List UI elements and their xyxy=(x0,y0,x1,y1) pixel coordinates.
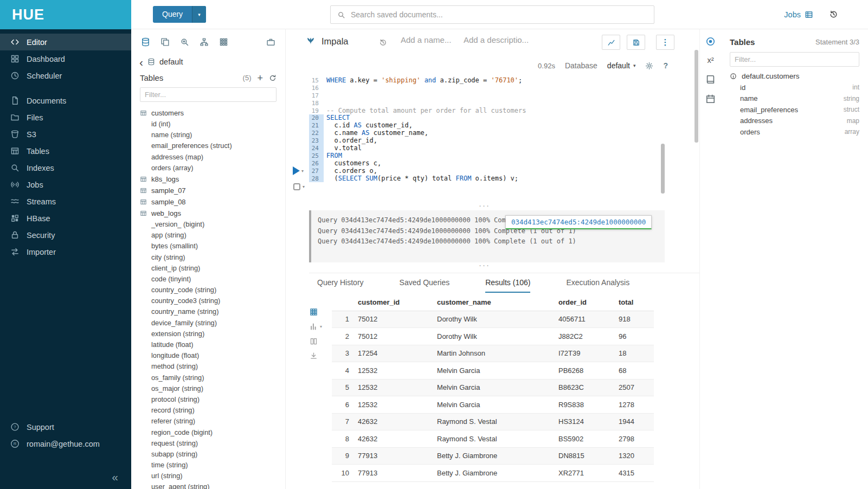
jobs-link[interactable]: Jobs xyxy=(784,0,813,29)
help-icon[interactable]: ? xyxy=(663,61,668,70)
sidebar-item-s3[interactable]: S3 xyxy=(0,126,131,143)
engine-selector[interactable]: Impala xyxy=(305,36,349,47)
save-button[interactable] xyxy=(627,35,645,50)
tab-saved-queries[interactable]: Saved Queries xyxy=(400,273,450,293)
tab-results-106[interactable]: Results (106) xyxy=(485,273,530,293)
sql-editor[interactable]: 15WHERE a.key = 'shipping' and a.zip_cod… xyxy=(309,77,668,182)
tree-column[interactable]: id (int) xyxy=(140,119,285,130)
tree-column[interactable]: _version_ (bigint) xyxy=(140,219,285,230)
tree-column[interactable]: os_family (string) xyxy=(140,372,285,383)
refresh-icon[interactable] xyxy=(269,74,277,82)
active-table[interactable]: default.customers xyxy=(721,68,868,82)
sidebar-item-editor[interactable]: Editor xyxy=(0,34,131,50)
tree-column[interactable]: subapp (string) xyxy=(140,449,285,460)
add-table-icon[interactable]: + xyxy=(257,74,263,82)
result-row[interactable]: 1077913Betty J. GiambroneXR27714315 xyxy=(332,465,654,482)
tree-column[interactable]: method (string) xyxy=(140,361,285,372)
tree-column[interactable]: user_agent (string) xyxy=(140,481,285,489)
code-line[interactable]: -- Compute total amount per order for al… xyxy=(324,107,526,115)
settings-gear-icon[interactable] xyxy=(645,62,653,70)
database-select[interactable]: default ▾ xyxy=(607,61,636,70)
tree-column[interactable]: country_code3 (string) xyxy=(140,295,285,306)
tree-column[interactable]: code (tinyint) xyxy=(140,274,285,285)
toolbox-icon[interactable] xyxy=(266,37,275,47)
tree-column[interactable]: addresses (map) xyxy=(140,152,285,163)
language-reference-icon[interactable] xyxy=(705,74,716,85)
right-column-name[interactable]: namestring xyxy=(721,93,868,105)
tree-column[interactable]: region_code (bigint) xyxy=(140,427,285,438)
sidebar-collapse-button[interactable]: « xyxy=(112,471,118,484)
sidebar-item-scheduler[interactable]: Scheduler xyxy=(0,67,131,84)
apps-grid-icon[interactable] xyxy=(219,37,228,47)
code-line[interactable]: FROM xyxy=(324,152,342,160)
chart-view-icon[interactable] xyxy=(310,323,318,331)
column-header-order-id[interactable]: order_id xyxy=(558,294,619,311)
tab-query-history[interactable]: Query History xyxy=(317,273,364,293)
schedule-icon[interactable] xyxy=(705,94,716,104)
query-history-icon[interactable] xyxy=(379,38,387,47)
sidebar-item-security[interactable]: Security xyxy=(0,227,131,243)
result-row[interactable]: 977913Betty J. GiambroneDN88151320 xyxy=(332,447,654,465)
search-input[interactable] xyxy=(351,10,647,19)
tree-column[interactable]: app (string) xyxy=(140,230,285,241)
tree-column[interactable]: orders (array) xyxy=(140,163,285,173)
sidebar-item-files[interactable]: Files xyxy=(0,109,131,126)
tree-table-k8s-logs[interactable]: k8s_logs xyxy=(140,173,285,185)
code-line[interactable]: WHERE a.key = 'shipping' and a.zip_code … xyxy=(324,77,522,85)
panel-scrollbar[interactable] xyxy=(695,50,698,143)
sidebar-item-dashboard[interactable]: Dashboard xyxy=(0,50,131,67)
column-header-customer-name[interactable]: customer_name xyxy=(437,294,558,311)
global-search[interactable] xyxy=(330,5,654,24)
code-line[interactable] xyxy=(324,100,326,107)
code-line[interactable]: v.total xyxy=(324,145,362,152)
tree-table-customers[interactable]: customers xyxy=(140,107,285,119)
sitemap-icon[interactable] xyxy=(200,37,209,47)
code-line[interactable] xyxy=(324,85,326,92)
tree-column[interactable]: client_ip (string) xyxy=(140,263,285,274)
code-line[interactable]: SELECT xyxy=(324,114,350,122)
tree-table-web-logs[interactable]: web_logs xyxy=(140,208,285,219)
sidebar-item-documents[interactable]: Documents xyxy=(0,92,131,109)
sidebar-item-importer[interactable]: Importer xyxy=(0,243,131,260)
new-query-button[interactable]: Query ▾ xyxy=(153,6,206,23)
history-icon[interactable] xyxy=(829,10,838,19)
hue-logo[interactable]: HUE xyxy=(0,0,131,29)
tree-table-sample-07[interactable]: sample_07 xyxy=(140,185,285,196)
tree-column[interactable]: country_code (string) xyxy=(140,285,285,295)
tab-execution-analysis[interactable]: Execution Analysis xyxy=(566,273,629,293)
sidebar-item-tables[interactable]: Tables xyxy=(0,143,131,159)
tree-column[interactable]: record (string) xyxy=(140,405,285,416)
right-column-addresses[interactable]: addressesmap xyxy=(721,115,868,127)
query-description-input[interactable] xyxy=(464,35,535,44)
statement-selector-button[interactable] xyxy=(293,183,300,190)
code-line[interactable]: c.orders o, xyxy=(324,168,377,175)
query-name-input[interactable] xyxy=(401,35,458,44)
result-row[interactable]: 512532Melvin GarciaB8623C2507 xyxy=(332,379,654,396)
result-row[interactable]: 275012Dorothy WilkJ882C296 xyxy=(332,328,654,345)
sidebar-item-indexes[interactable]: Indexes xyxy=(0,159,131,176)
breadcrumb-database[interactable]: default xyxy=(159,57,183,66)
tree-table-sample-08[interactable]: sample_08 xyxy=(140,196,285,208)
right-column-email-preferences[interactable]: email_preferencesstruct xyxy=(721,104,868,115)
tree-column[interactable]: bytes (smallint) xyxy=(140,241,285,252)
assistant-icon[interactable] xyxy=(705,36,716,47)
right-column-orders[interactable]: ordersarray xyxy=(721,126,868,138)
tree-column[interactable]: extension (string) xyxy=(140,329,285,339)
zoom-search-icon[interactable] xyxy=(180,37,189,47)
code-line[interactable]: customers c, xyxy=(324,160,381,168)
tree-column[interactable]: longitude (float) xyxy=(140,350,285,361)
tree-column[interactable]: protocol (string) xyxy=(140,394,285,405)
back-chevron-icon[interactable]: ‹ xyxy=(139,58,143,66)
result-row[interactable]: 612532Melvin GarciaR9S8381278 xyxy=(332,396,654,414)
right-filter-input[interactable] xyxy=(730,52,859,67)
code-line[interactable]: (SELECT SUM(price * qty) total FROM o.it… xyxy=(324,175,518,183)
result-row[interactable]: 842632Raymond S. VestalBS59022798 xyxy=(332,430,654,448)
tree-column[interactable]: latitude (float) xyxy=(140,339,285,350)
tree-column[interactable]: os_major (string) xyxy=(140,383,285,394)
data-source-icon[interactable] xyxy=(141,37,150,47)
resize-handle-top[interactable]: ··· xyxy=(479,203,490,208)
query-dropdown-caret-icon[interactable]: ▾ xyxy=(192,6,206,23)
execute-button[interactable] xyxy=(293,166,300,175)
statement-caret-icon[interactable]: ▾ xyxy=(303,184,305,189)
tree-column[interactable]: url (string) xyxy=(140,471,285,481)
